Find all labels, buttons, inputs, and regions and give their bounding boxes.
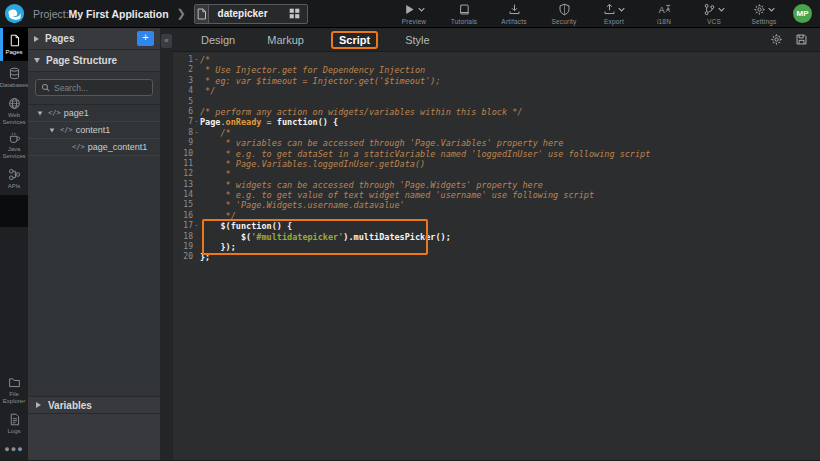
sidebar-item-apis[interactable]: APIs [0,162,28,195]
tutorials-button[interactable]: Tutorials [449,3,479,25]
page-structure-header[interactable]: Page Structure [28,50,160,72]
preview-button[interactable]: Preview [399,3,429,25]
fold-spacer [193,252,200,262]
code-line-text[interactable]: */ [200,211,820,221]
button-label: i18N [657,18,671,25]
sidebar-item-pages[interactable]: Pages [0,28,28,61]
fold-spacer [193,200,200,210]
code-line-12: 12 * [173,169,820,179]
collapse-panel-button[interactable]: « [161,34,172,48]
code-line-text[interactable]: */ [200,86,820,96]
tab-script[interactable]: Script [331,31,378,49]
translate-icon: A [658,3,671,16]
code-line-text[interactable]: }); [200,242,820,252]
code-line-text[interactable]: $(function() { [200,221,820,231]
line-number-gutter[interactable]: 1- [173,55,200,65]
button-label: Settings [751,18,776,25]
code-line-1: 1-/* [173,55,820,65]
avatar[interactable]: MP [793,4,812,23]
gear-icon [753,3,766,16]
vcs-button[interactable]: VCS [699,3,729,25]
code-line-text[interactable]: Page.onReady = function() { [200,117,820,127]
code-line-text[interactable]: * widgets can be accessed through 'Page.… [200,180,820,190]
fold-marker-icon[interactable]: - [193,221,200,231]
line-number-gutter[interactable]: 7- [173,117,200,127]
svg-text:A: A [658,4,664,14]
security-button[interactable]: Security [549,3,579,25]
line-number-gutter: 15 [173,200,200,210]
artifacts-button[interactable]: Artifacts [499,3,529,25]
more-icon[interactable]: ●●● [0,440,28,460]
expand-arrow-icon [34,58,40,63]
fold-marker-icon[interactable]: - [193,117,200,127]
code-line-10: 10 * e.g. to get dataSet in a staticVari… [173,149,820,159]
code-line-text[interactable]: * eg: var $timeout = Injector.get('$time… [200,76,820,86]
api-icon [8,168,21,181]
fold-spacer [193,159,200,169]
logs-icon [8,413,21,426]
add-page-button[interactable]: + [137,31,154,46]
page-tab-datepicker[interactable]: datepicker [194,4,308,24]
button-label: Artifacts [501,18,526,25]
pages-panel-header[interactable]: Pages + [28,28,160,50]
variables-label: Variables [48,400,92,411]
i18n-button[interactable]: Ai18N [649,3,679,25]
sidebar-item-databases[interactable]: Databases [0,61,28,94]
line-number-gutter[interactable]: 17- [173,221,200,231]
tree-node-content1[interactable]: </>content1 [28,122,160,139]
line-number-gutter: 4 [173,86,200,96]
book-icon [458,3,471,16]
settings-button[interactable]: Settings [749,3,779,25]
search-input[interactable] [54,83,147,93]
sidebar-item-web-services[interactable]: WebServices [0,94,28,128]
top-bar: Project:My First Application ❯ datepicke… [0,0,820,28]
code-line-text[interactable]: /* [200,55,820,65]
code-line-15: 15 * 'Page.Widgets.username.datavalue' [173,200,820,210]
code-line-text[interactable]: /* [200,128,820,138]
export-button[interactable]: Export [599,3,629,25]
sidebar-item-java-services[interactable]: JavaServices [0,128,28,162]
code-line-text[interactable]: * Page.Variables.loggedInUser.getData() [200,159,820,169]
line-number-gutter: 12 [173,169,200,179]
code-line-text[interactable]: * [200,169,820,179]
grid-icon[interactable] [282,8,307,19]
expand-arrow-icon[interactable] [36,111,44,116]
code-line-20: 20}; [173,252,820,262]
code-line-text[interactable] [200,97,820,107]
project-name: My First Application [69,8,169,20]
code-line-text[interactable]: * variables can be accessed through 'Pag… [200,138,820,148]
tab-design[interactable]: Design [196,32,240,48]
code-line-text[interactable]: * 'Page.Widgets.username.datavalue' [200,200,820,210]
line-number-gutter[interactable]: 8- [173,128,200,138]
tab-markup[interactable]: Markup [262,32,309,48]
code-line-text[interactable]: * e.g. to get value of text widget named… [200,190,820,200]
collapse-arrow-icon [34,36,39,42]
tree-node-page1[interactable]: </>page1 [28,105,160,122]
code-line-text[interactable]: * Use Injector.get for Dependency Inject… [200,65,820,75]
code-line-text[interactable]: /* perform any action on widgets/variabl… [200,107,820,117]
variables-section-header[interactable]: Variables [28,396,160,414]
fold-spacer [193,232,200,242]
fold-marker-icon[interactable]: - [193,55,200,65]
fold-spacer [193,107,200,117]
sidebar-item-label: WebServices [3,112,26,125]
search-box[interactable] [35,79,153,96]
tree-node-page_content1[interactable]: </>page_content1 [28,139,160,156]
code-line-7: 7-Page.onReady = function() { [173,117,820,127]
panel-splitter[interactable]: « [160,28,173,460]
script-code-editor[interactable]: 1-/*2 * Use Injector.get for Dependency … [173,52,820,460]
fold-spacer [193,169,200,179]
save-icon[interactable] [795,33,808,46]
tab-style[interactable]: Style [400,32,434,48]
editor-area: DesignMarkupScriptStyle 1-/*2 * Use Inje… [173,28,820,460]
expand-arrow-icon[interactable] [48,128,56,133]
sidebar-item-logs[interactable]: Logs [0,407,28,440]
line-number-gutter: 16 [173,211,200,221]
code-line-text[interactable]: }; [200,252,820,262]
code-line-text[interactable]: $('#multidatepicker').multiDatesPicker()… [200,232,820,242]
fold-marker-icon[interactable]: - [193,128,200,138]
wavemaker-logo-icon[interactable] [4,3,25,24]
sidebar-item-file-explorer[interactable]: FileExplorer [0,373,28,407]
gear-icon[interactable] [770,33,783,46]
code-line-text[interactable]: * e.g. to get dataSet in a staticVariabl… [200,149,820,159]
